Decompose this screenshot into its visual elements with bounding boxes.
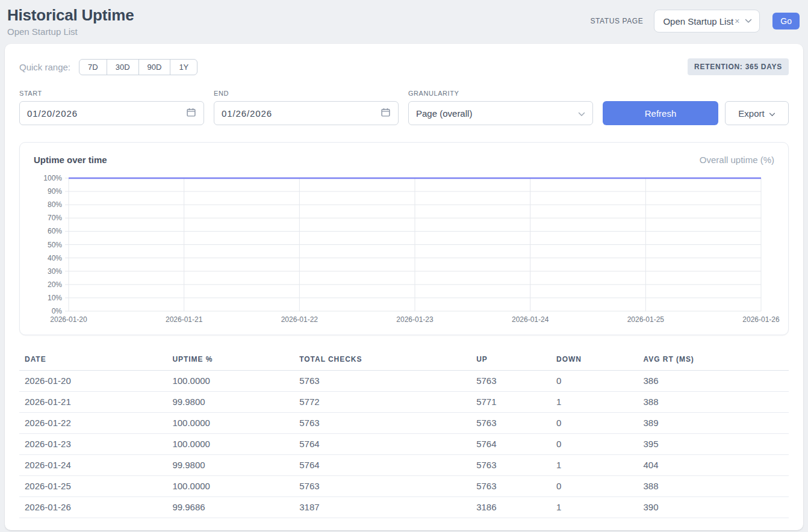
table-cell: 1 (551, 497, 638, 518)
end-date-field: END 01/26/2026 (214, 90, 399, 125)
chart-header: Uptime over time Overall uptime (%) (26, 155, 782, 165)
table-row: 2026-01-2499.9800576457631404 (19, 455, 789, 476)
table-cell: 388 (638, 476, 789, 497)
chart-title: Uptime over time (34, 155, 107, 165)
x-axis-label: 2026-01-22 (281, 315, 319, 324)
calendar-icon[interactable] (381, 107, 391, 119)
table-cell: 395 (638, 434, 789, 455)
column-header-avg-rt: AVG RT (MS) (638, 350, 789, 371)
column-header-uptime: UPTIME % (167, 350, 294, 371)
x-axis-label: 2026-01-20 (50, 315, 87, 324)
table-cell: 99.9686 (167, 497, 294, 518)
table-cell: 1 (551, 455, 638, 476)
table-cell: 5763 (471, 371, 551, 392)
action-buttons: Refresh Export (603, 90, 789, 125)
column-header-up: UP (471, 350, 551, 371)
table-cell: 3187 (294, 497, 471, 518)
chevron-down-icon (578, 108, 585, 119)
status-page-select[interactable]: Open Startup List × (654, 10, 760, 32)
start-date-value: 01/20/2026 (27, 108, 78, 119)
table-row: 2026-01-2699.9686318731861390 (19, 497, 789, 518)
column-header-down: DOWN (551, 350, 638, 371)
go-button[interactable]: Go (772, 13, 800, 29)
uptime-table: DATE UPTIME % TOTAL CHECKS UP DOWN AVG R… (19, 350, 789, 518)
table-cell: 5764 (294, 434, 471, 455)
y-axis-label: 80% (48, 200, 62, 209)
export-button-label: Export (738, 108, 764, 119)
page-title: Historical Uptime (7, 6, 134, 25)
uptime-table-body: 2026-01-20100.00005763576303862026-01-21… (19, 371, 789, 518)
table-row: 2026-01-20100.0000576357630386 (19, 371, 789, 392)
quick-range-30d-button[interactable]: 30D (107, 59, 139, 75)
table-header-row: DATE UPTIME % TOTAL CHECKS UP DOWN AVG R… (19, 350, 789, 371)
table-cell: 99.9800 (167, 392, 294, 413)
quick-range-buttons: 7D 30D 90D 1Y (79, 59, 197, 75)
quick-range-90d-button[interactable]: 90D (138, 59, 171, 75)
y-axis-label: 70% (48, 214, 62, 222)
table-cell: 2026-01-21 (19, 392, 167, 413)
y-axis-label: 100% (43, 174, 62, 182)
y-axis-label: 20% (48, 280, 62, 289)
refresh-button[interactable]: Refresh (603, 101, 718, 125)
export-button[interactable]: Export (725, 101, 789, 125)
start-date-input[interactable]: 01/20/2026 (19, 101, 204, 125)
table-cell: 100.0000 (167, 434, 294, 455)
x-axis-label: 2026-01-26 (742, 315, 780, 324)
table-cell: 5771 (471, 392, 551, 413)
end-date-input[interactable]: 01/26/2026 (214, 101, 399, 125)
table-row: 2026-01-2199.9800577257711388 (19, 392, 789, 413)
granularity-label: GRANULARITY (408, 90, 593, 97)
quick-range-7d-button[interactable]: 7D (79, 59, 107, 75)
table-row: 2026-01-25100.0000576357630388 (19, 476, 789, 497)
retention-badge: RETENTION: 365 DAYS (688, 58, 789, 75)
table-cell: 100.0000 (167, 371, 294, 392)
page-header: Historical Uptime Open Startup List STAT… (0, 0, 808, 44)
filter-row: START 01/20/2026 END 01/26/2026 GRANULAR… (19, 90, 789, 125)
uptime-chart-svg: 0%10%20%30%40%50%60%70%80%90%100%2026-01… (28, 173, 780, 327)
table-cell: 2026-01-23 (19, 434, 167, 455)
granularity-select[interactable]: Page (overall) (408, 101, 593, 125)
table-cell: 0 (551, 476, 638, 497)
calendar-icon[interactable] (186, 107, 196, 119)
chevron-down-icon (745, 19, 752, 23)
table-cell: 404 (638, 455, 789, 476)
table-cell: 5763 (294, 476, 471, 497)
start-date-label: START (19, 90, 204, 97)
clear-icon[interactable]: × (735, 16, 739, 26)
status-page-select-value: Open Startup List (663, 16, 733, 26)
table-cell: 100.0000 (167, 413, 294, 434)
granularity-value: Page (overall) (416, 108, 472, 119)
x-axis-label: 2026-01-23 (396, 315, 434, 324)
chevron-down-icon (769, 108, 775, 119)
start-date-field: START 01/20/2026 (19, 90, 204, 125)
quick-range-label: Quick range: (19, 62, 70, 72)
table-cell: 99.9800 (167, 455, 294, 476)
table-cell: 5763 (294, 413, 471, 434)
y-axis-label: 90% (48, 187, 62, 196)
end-date-label: END (214, 90, 399, 97)
table-row: 2026-01-22100.0000576357630389 (19, 413, 789, 434)
column-header-total-checks: TOTAL CHECKS (294, 350, 471, 371)
status-page-label: STATUS PAGE (590, 17, 643, 25)
y-axis-label: 10% (48, 294, 62, 302)
table-cell: 2026-01-25 (19, 476, 167, 497)
table-cell: 1 (551, 392, 638, 413)
column-header-date: DATE (19, 350, 167, 371)
y-axis-label: 50% (48, 241, 62, 249)
table-cell: 100.0000 (167, 476, 294, 497)
table-cell: 2026-01-20 (19, 371, 167, 392)
table-cell: 3186 (471, 497, 551, 518)
y-axis-label: 40% (48, 254, 62, 262)
table-cell: 5764 (294, 455, 471, 476)
y-axis-label: 30% (48, 267, 62, 276)
chart-legend: Overall uptime (%) (700, 155, 774, 165)
end-date-value: 01/26/2026 (222, 108, 272, 119)
x-axis-label: 2026-01-25 (627, 315, 665, 324)
title-block: Historical Uptime Open Startup List (7, 6, 134, 37)
table-cell: 2026-01-26 (19, 497, 167, 518)
quick-range-1y-button[interactable]: 1Y (170, 59, 197, 75)
table-cell: 0 (551, 413, 638, 434)
table-cell: 386 (638, 371, 789, 392)
page-subtitle: Open Startup List (7, 26, 134, 37)
y-axis-label: 60% (48, 227, 62, 235)
